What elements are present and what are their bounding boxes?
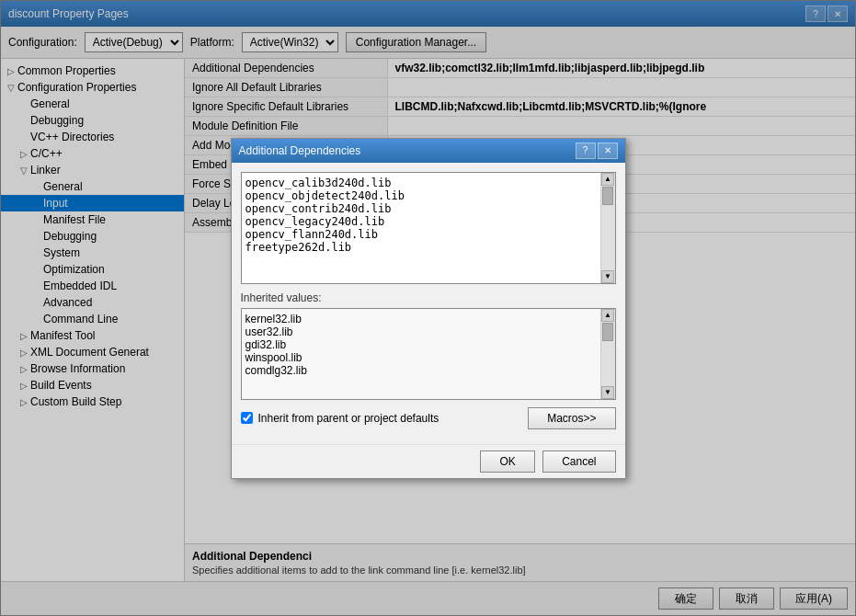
modal-ok-button[interactable]: OK [480, 451, 535, 473]
inherited-values-list: kernel32.libuser32.libgdi32.libwinspool.… [242, 309, 600, 399]
dependencies-textarea[interactable] [242, 173, 600, 283]
modal-dialog: Additional Dependencies ? ✕ ▲ ▼ Inherite… [231, 138, 626, 479]
modal-title-buttons: ? ✕ [576, 143, 618, 159]
inherited-scroll-thumb [602, 323, 613, 341]
scroll-thumb [602, 187, 613, 205]
inherit-label: Inherit from parent or project defaults [258, 412, 439, 425]
scroll-track [601, 186, 615, 270]
modal-cancel-button[interactable]: Cancel [542, 451, 615, 473]
modal-title: Additional Dependencies [239, 144, 361, 157]
scroll-up-arrow[interactable]: ▲ [601, 173, 614, 186]
inherited-scrollbar: ▲ ▼ [600, 309, 615, 399]
modal-body: ▲ ▼ Inherited values: kernel32.libuser32… [232, 163, 625, 444]
inherited-values-area: kernel32.libuser32.libgdi32.libwinspool.… [241, 308, 616, 400]
inherited-scroll-up[interactable]: ▲ [601, 309, 614, 322]
scroll-down-arrow[interactable]: ▼ [601, 270, 614, 283]
macros-button[interactable]: Macros>> [528, 407, 615, 429]
inherited-value-item: user32.lib [245, 325, 597, 338]
inherited-value-item: kernel32.lib [245, 313, 597, 325]
modal-help-button[interactable]: ? [576, 143, 596, 159]
textarea-scrollbar: ▲ ▼ [600, 173, 615, 283]
modal-close-button[interactable]: ✕ [598, 143, 618, 159]
inherited-scroll-track [601, 322, 615, 386]
inherit-checkbox[interactable] [241, 412, 253, 424]
inherited-scroll-down[interactable]: ▼ [601, 386, 614, 399]
inherited-value-item: gdi32.lib [245, 338, 597, 351]
modal-footer: OK Cancel [232, 444, 625, 478]
modal-overlay: Additional Dependencies ? ✕ ▲ ▼ Inherite… [0, 0, 856, 616]
modal-title-bar: Additional Dependencies ? ✕ [232, 139, 625, 163]
inherited-value-item: winspool.lib [245, 351, 597, 364]
dependencies-input-area: ▲ ▼ [241, 172, 616, 284]
inherit-checkbox-row: Inherit from parent or project defaults … [241, 407, 616, 429]
inherited-label: Inherited values: [241, 291, 616, 304]
inherited-value-item: comdlg32.lib [245, 364, 597, 377]
